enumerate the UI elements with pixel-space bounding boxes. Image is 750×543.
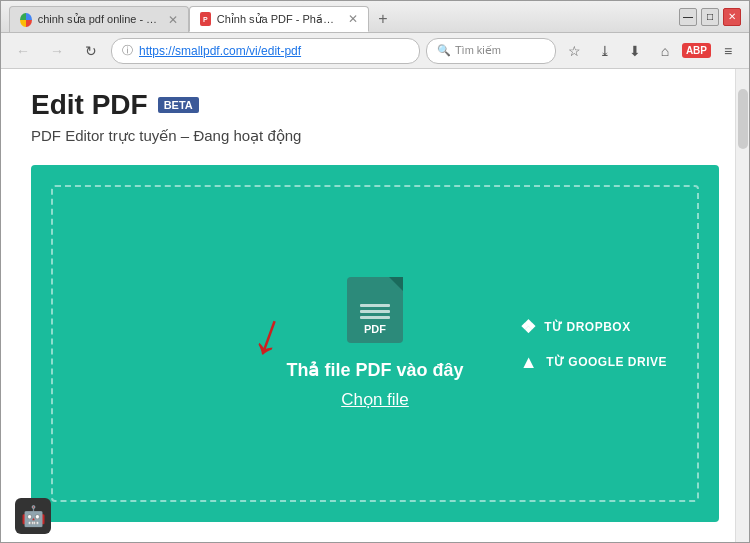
pdf-line-1	[360, 304, 390, 307]
drop-zone-inner: PDF ↓ Thả file PDF vào đây Chọn file ❖ T…	[51, 185, 699, 502]
google-drive-option[interactable]: ▲ TỪ GOOGLE DRIVE	[520, 351, 667, 372]
pdf-line-2	[360, 310, 390, 313]
scrollbar[interactable]	[735, 69, 749, 542]
pdf-line-3	[360, 316, 390, 319]
tab-2[interactable]: P Chỉnh sửa PDF - Phần mềm c... ✕	[189, 6, 369, 32]
tab-1-favicon	[20, 13, 32, 27]
close-button[interactable]: ✕	[723, 8, 741, 26]
google-drive-label: TỪ GOOGLE DRIVE	[546, 355, 667, 369]
dropbox-icon: ❖	[520, 315, 537, 337]
tab-2-close[interactable]: ✕	[348, 12, 358, 26]
window-controls: — □ ✕	[679, 8, 741, 26]
arrow-wrap: ↓	[255, 304, 285, 364]
search-bar[interactable]: 🔍 Tìm kiếm	[426, 38, 556, 64]
home-button[interactable]: ⌂	[652, 38, 678, 64]
drag-drop-text: Thả file PDF vào đây	[286, 359, 463, 381]
abp-button[interactable]: ABP	[682, 43, 711, 58]
tab-1-close[interactable]: ✕	[168, 13, 178, 27]
beta-badge: BETA	[158, 97, 199, 113]
new-tab-button[interactable]: +	[369, 6, 397, 32]
download-button[interactable]: ⬇	[622, 38, 648, 64]
title-bar: chinh sửa pdf online - Tìm v... ✕ P Chỉn…	[1, 1, 749, 33]
scroll-thumb	[738, 89, 748, 149]
tab-strip: chinh sửa pdf online - Tìm v... ✕ P Chỉn…	[9, 1, 671, 32]
page-content: Edit PDF BETA PDF Editor trực tuyến – Đa…	[1, 69, 749, 542]
back-button[interactable]: ←	[9, 37, 37, 65]
address-bar[interactable]: ⓘ https://smallpdf.com/vi/edit-pdf	[111, 38, 420, 64]
choose-file-link[interactable]: Chọn file	[341, 389, 409, 410]
nav-icons: ☆ ⤓ ⬇ ⌂ ABP ≡	[562, 38, 741, 64]
dropbox-option[interactable]: ❖ TỪ DROPBOX	[520, 315, 667, 337]
page-subtitle: PDF Editor trực tuyến – Đang hoạt động	[31, 127, 719, 145]
chatbot-icon: 🤖	[21, 504, 46, 528]
drop-zone[interactable]: PDF ↓ Thả file PDF vào đây Chọn file ❖ T…	[31, 165, 719, 522]
search-icon: 🔍	[437, 44, 451, 57]
dropbox-label: TỪ DROPBOX	[544, 319, 630, 333]
pdf-file-icon: PDF	[347, 277, 403, 343]
page-title: Edit PDF	[31, 89, 148, 121]
save-page-button[interactable]: ⤓	[592, 38, 618, 64]
tab-1-label: chinh sửa pdf online - Tìm v...	[38, 13, 158, 26]
pdf-icon-label: PDF	[364, 323, 386, 335]
drop-arrow-icon: ↓	[246, 300, 295, 367]
bookmark-button[interactable]: ☆	[562, 38, 588, 64]
pdf-icon-lines	[360, 304, 390, 319]
tab-2-favicon: P	[200, 12, 211, 26]
browser-window: chinh sửa pdf online - Tìm v... ✕ P Chỉn…	[0, 0, 750, 543]
refresh-button[interactable]: ↻	[77, 37, 105, 65]
chatbot-button[interactable]: 🤖	[15, 498, 51, 534]
nav-bar: ← → ↻ ⓘ https://smallpdf.com/vi/edit-pdf…	[1, 33, 749, 69]
search-placeholder: Tìm kiếm	[455, 44, 501, 57]
url-display: https://smallpdf.com/vi/edit-pdf	[139, 44, 409, 58]
google-drive-icon: ▲	[520, 351, 538, 372]
secure-icon: ⓘ	[122, 43, 133, 58]
menu-button[interactable]: ≡	[715, 38, 741, 64]
maximize-button[interactable]: □	[701, 8, 719, 26]
minimize-button[interactable]: —	[679, 8, 697, 26]
page-header: Edit PDF BETA	[31, 89, 719, 121]
side-options: ❖ TỪ DROPBOX ▲ TỪ GOOGLE DRIVE	[520, 315, 667, 372]
pdf-icon-wrap: PDF	[347, 277, 403, 343]
tab-1[interactable]: chinh sửa pdf online - Tìm v... ✕	[9, 6, 189, 32]
tab-2-label: Chỉnh sửa PDF - Phần mềm c...	[217, 13, 338, 26]
forward-button[interactable]: →	[43, 37, 71, 65]
